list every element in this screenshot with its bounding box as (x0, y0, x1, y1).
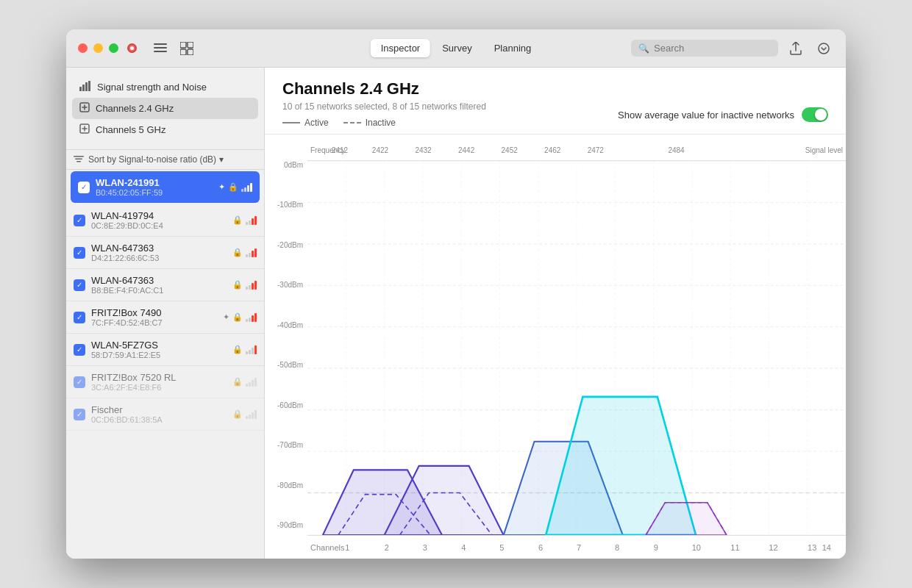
channel-labels: Channels 1 2 3 4 5 6 7 8 9 10 11 12 13 (307, 535, 846, 559)
list-icon[interactable] (152, 40, 169, 57)
ch-6: 6 (538, 543, 543, 552)
network-item-7[interactable]: ✓ Fischer 0C:D6:BD:61:38:5A 🔒 (66, 398, 264, 431)
freq-label-2412: 2412 (332, 146, 348, 154)
lock-icon-5: 🔒 (232, 345, 243, 354)
network-item-2[interactable]: ✓ WLAN-647363 D4:21:22:66:6C:53 🔒 (66, 237, 264, 269)
search-box[interactable]: 🔍 (631, 40, 778, 57)
toggle-knob (815, 109, 827, 121)
svg-rect-11 (88, 81, 90, 91)
content-subtitle: 10 of 15 networks selected, 8 of 15 netw… (282, 101, 828, 128)
tab-planning[interactable]: Planning (484, 39, 542, 57)
signal-bars-5 (246, 345, 257, 354)
network-info-6: FRITZ!Box 7520 RL 3C:A6:2F:E4:E8:F6 (91, 372, 227, 392)
network-checkbox-0[interactable]: ✓ (78, 182, 90, 193)
tab-inspector[interactable]: Inspector (371, 39, 430, 57)
network-icons-1: 🔒 (232, 215, 257, 225)
signal-bars-2 (246, 248, 257, 257)
network-checkbox-1[interactable]: ✓ (74, 215, 85, 226)
network-mac-6: 3C:A6:2F:E4:E8:F6 (91, 383, 227, 392)
legend-label-active: Active (304, 118, 329, 128)
main-content: Signal strength and Noise Channels 2.4 G… (66, 68, 846, 559)
grid-icon[interactable] (178, 40, 196, 57)
chart-legend: Active Inactive (282, 118, 486, 128)
svg-rect-10 (85, 82, 88, 91)
sidebar-item-label-5: Channels 5 GHz (96, 124, 165, 135)
sidebar-item-channels-5[interactable]: Channels 5 GHz (72, 119, 258, 140)
network-item-0[interactable]: ✓ WLAN-241991 B0:45:02:05:FF:59 ✦ 🔒 (71, 171, 260, 203)
record-button[interactable] (127, 43, 137, 53)
titlebar: Inspector Survey Planning 🔍 (66, 29, 846, 68)
search-input[interactable] (654, 43, 771, 54)
freq-row: Frequency 2412 2422 2432 2442 2452 2462 … (307, 140, 846, 161)
network-name-0: WLAN-241991 (96, 177, 213, 188)
svg-rect-6 (188, 49, 193, 55)
freq-label-2462: 2462 (544, 146, 560, 154)
minimize-button[interactable] (93, 43, 103, 53)
share-button[interactable] (785, 38, 806, 59)
chart-main: Frequency 2412 2422 2432 2442 2452 2462 … (307, 140, 846, 559)
sidebar-item-signal-strength[interactable]: Signal strength and Noise (72, 76, 258, 98)
network-name-5: WLAN-5FZ7GS (91, 340, 227, 351)
freq-label-2422: 2422 (372, 146, 388, 154)
star-icon-4: ✦ (223, 312, 229, 322)
y-label-6: -60dBm (277, 401, 303, 409)
legend-line-active (282, 122, 300, 123)
ch-9: 9 (654, 543, 658, 552)
lock-icon-4: 🔒 (232, 312, 243, 322)
chart-title: Channels 2.4 GHz (282, 79, 828, 98)
close-button[interactable] (78, 43, 88, 53)
ch-14: 14 (822, 543, 831, 552)
network-item-6[interactable]: ✓ FRITZ!Box 7520 RL 3C:A6:2F:E4:E8:F6 🔒 (66, 366, 264, 398)
network-mac-5: 58:D7:59:A1:E2:E5 (91, 351, 227, 359)
network-item-5[interactable]: ✓ WLAN-5FZ7GS 58:D7:59:A1:E2:E5 🔒 (66, 334, 264, 366)
freq-label-2442: 2442 (458, 146, 474, 154)
network-mac-7: 0C:D6:BD:61:38:5A (91, 415, 227, 424)
svg-rect-3 (180, 42, 186, 48)
freq-label-2432: 2432 (415, 146, 431, 154)
network-icons-2: 🔒 (232, 248, 257, 257)
ch-2: 2 (385, 543, 389, 552)
network-item-4[interactable]: ✓ FRITZ!Box 7490 7C:FF:4D:52:4B:C7 ✦ 🔒 (66, 301, 264, 334)
sort-chevron-icon: ▾ (219, 154, 224, 165)
network-mac-2: D4:21:22:66:6C:53 (91, 254, 227, 262)
network-mac-4: 7C:FF:4D:52:4B:C7 (91, 318, 217, 327)
network-name-2: WLAN-647363 (91, 243, 227, 254)
sort-button[interactable]: Sort by Signal-to-noise ratio (dB) ▾ (88, 154, 224, 165)
network-checkbox-7[interactable]: ✓ (74, 409, 85, 420)
channels-label: Channels (310, 543, 344, 552)
toggle-switch[interactable] (802, 107, 828, 122)
network-info-3: WLAN-647363 B8:BE:F4:F0:AC:C1 (91, 275, 227, 295)
svg-rect-0 (154, 43, 167, 45)
network-checkbox-3[interactable]: ✓ (74, 279, 85, 291)
network-checkbox-2[interactable]: ✓ (74, 247, 85, 259)
lock-icon-6: 🔒 (232, 377, 243, 387)
network-icons-4: ✦ 🔒 (223, 312, 257, 322)
tab-survey[interactable]: Survey (432, 39, 482, 57)
legend-label-inactive: Inactive (366, 118, 396, 128)
sidebar-item-channels-24[interactable]: Channels 2.4 GHz (72, 98, 258, 119)
content-area: Channels 2.4 GHz 10 of 15 networks selec… (265, 68, 846, 559)
freq-label-2472: 2472 (588, 146, 604, 154)
chart-plot-area (307, 161, 846, 535)
network-item-3[interactable]: ✓ WLAN-647363 B8:BE:F4:F0:AC:C1 🔒 (66, 269, 264, 301)
zoom-button[interactable] (109, 43, 118, 53)
sort-bar: Sort by Signal-to-noise ratio (dB) ▾ (66, 150, 264, 170)
star-icon-0: ✦ (218, 182, 225, 192)
channel-24-icon (79, 102, 90, 115)
network-info-5: WLAN-5FZ7GS 58:D7:59:A1:E2:E5 (91, 340, 227, 359)
network-info-0: WLAN-241991 B0:45:02:05:FF:59 (96, 177, 213, 197)
network-name-4: FRITZ!Box 7490 (91, 307, 217, 318)
network-mac-3: B8:BE:F4:F0:AC:C1 (91, 286, 227, 295)
ch-1: 1 (345, 543, 349, 552)
y-label-5: -50dBm (277, 361, 303, 369)
y-label-1: -10dBm (277, 201, 303, 209)
signal-bars-3 (246, 281, 257, 290)
legend-active: Active (282, 118, 329, 128)
network-checkbox-4[interactable]: ✓ (74, 312, 85, 323)
network-info-4: FRITZ!Box 7490 7C:FF:4D:52:4B:C7 (91, 307, 217, 327)
network-checkbox-5[interactable]: ✓ (74, 344, 85, 356)
chevron-down-button[interactable] (813, 38, 834, 59)
network-checkbox-6[interactable]: ✓ (74, 376, 85, 388)
network-item-1[interactable]: ✓ WLAN-419794 0C:8E:29:BD:0C:E4 🔒 (66, 204, 264, 237)
svg-rect-5 (180, 49, 186, 55)
